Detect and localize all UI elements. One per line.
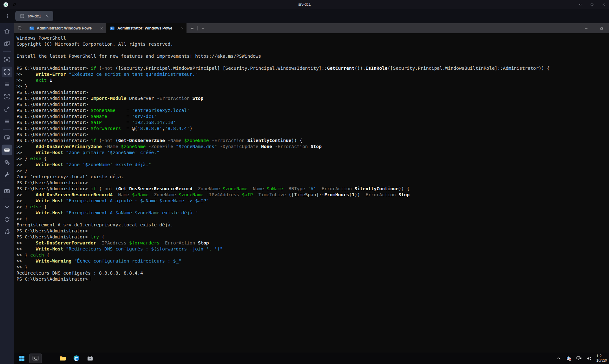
edge-icon [73, 354, 80, 362]
window-minimize-icon[interactable] [578, 3, 582, 7]
sidebar-fullscreen-button[interactable] [2, 67, 12, 77]
sidebar-disconnect-button[interactable] [2, 226, 12, 237]
explorer-icon [59, 354, 67, 362]
scale-icon [3, 93, 10, 100]
terminal-line: PS C:\Users\Administrator> $aName = 'srv… [16, 114, 609, 120]
taskbar-file-explorer-button[interactable] [56, 354, 69, 363]
terminal-line: PS C:\Users\Administrator> [16, 276, 609, 282]
sidebar-home-button[interactable] [2, 26, 12, 36]
terminal-line: >> exit 1 [16, 77, 609, 83]
app-tab-srv-dc1[interactable]: srv-dc1 [15, 11, 53, 21]
sidebar-picture-in-picture-button[interactable] [2, 132, 12, 143]
close-tab-icon[interactable] [45, 14, 49, 18]
taskbar-server-manager-button[interactable] [84, 354, 96, 363]
terminal-minimize-icon[interactable] [584, 26, 588, 30]
menu-icon [3, 118, 10, 125]
terminal-line: >> Add-DnsServerPrimaryZone -Name $zoneN… [16, 144, 609, 150]
terminal-tab-2[interactable]: Administrator: Windows Powe [106, 23, 187, 33]
refresh-icon [3, 216, 10, 223]
vm-taskbar: 1:2 10/23/ [14, 353, 609, 364]
terminal-restore-icon[interactable] [600, 26, 604, 30]
terminal-tab-bar: Administrator: Windows PoweAdministrator… [14, 23, 609, 33]
viewer-sidebar [0, 23, 14, 364]
sidebar-settings-button[interactable] [2, 157, 12, 168]
sidebar-screenshot-button[interactable] [2, 185, 12, 196]
vm-display-area: Administrator: Windows PoweAdministrator… [14, 23, 609, 364]
pip-icon [3, 134, 10, 141]
terminal-line: PS C:\Users\Administrator> [16, 89, 609, 95]
terminal-line: PS C:\Users\Administrator> if (-not (Get… [16, 186, 609, 192]
sidebar-divider [3, 183, 11, 183]
menu-icon [3, 81, 10, 88]
terminal-output[interactable]: Windows PowerShellCopyright (C) Microsof… [14, 33, 609, 353]
sidebar-menu-secondary-button[interactable] [2, 116, 12, 127]
taskbar-settings-button[interactable] [43, 354, 56, 363]
terminal-line: PS C:\Users\Administrator> [16, 132, 609, 138]
close-tab-icon[interactable] [100, 27, 103, 30]
wrench-icon [3, 171, 10, 178]
taskbar-start-button[interactable] [16, 354, 28, 363]
terminal-line: >> Write-Host "Zone primaire '$zoneName'… [16, 150, 609, 156]
terminal-line: >> Set-DnsServerForwarder -IPAddress $fo… [16, 240, 609, 246]
terminal-line: Zone 'entreprisexyz.local' existe déjà. [16, 174, 609, 180]
volume-button[interactable] [586, 355, 592, 361]
sidebar-keyboard-button[interactable] [2, 145, 12, 155]
pin-icon[interactable] [12, 2, 17, 7]
start-icon [18, 354, 26, 362]
terminal-app-icon [32, 354, 39, 362]
sidebar-fit-region-button[interactable] [2, 54, 12, 65]
new-window-icon [3, 40, 10, 47]
window-maximize-icon[interactable] [590, 3, 594, 7]
fullscreen-icon [3, 68, 10, 75]
sidebar-menu-button[interactable] [2, 79, 12, 90]
terminal-line: >> } [16, 168, 609, 174]
overflow-menu-icon[interactable] [4, 14, 10, 19]
app-logo-icon [3, 2, 9, 7]
powershell-tab-icon [29, 26, 34, 31]
taskbar-edge-button[interactable] [70, 354, 83, 363]
terminal-line: PS C:\Users\Administrator> $forwarders =… [16, 126, 609, 132]
tray-clock[interactable]: 1:2 10/23/ [596, 354, 609, 363]
sidebar-refresh-button[interactable] [2, 214, 12, 225]
tray-notification-button[interactable] [566, 355, 572, 361]
new-tab-button[interactable] [187, 23, 197, 33]
window-close-icon[interactable] [602, 3, 606, 7]
terminal-line [16, 59, 609, 65]
terminal-line: >> Write-Warning "Échec configuration re… [16, 258, 609, 264]
terminal-line: PS C:\Users\Administrator> if (-not ([Se… [16, 65, 609, 71]
close-tab-icon[interactable] [180, 27, 184, 30]
gears-icon [3, 159, 10, 166]
tab-dropdown-button[interactable] [198, 23, 208, 33]
terminal-line: PS C:\Users\Administrator> [16, 101, 609, 107]
terminal-line: Copyright (C) Microsoft Corporation. All… [16, 41, 609, 47]
terminal-tab-label: Administrator: Windows Powe [37, 26, 97, 30]
terminal-tab-label: Administrator: Windows Powe [117, 26, 178, 30]
network-button[interactable] [576, 355, 582, 361]
tray-time: 1:2 [596, 354, 609, 358]
terminal-line: >> Add-DnsServerResourceRecordA -Name $a… [16, 192, 609, 198]
terminal-line: >> } [16, 264, 609, 270]
tray-expand-button[interactable] [556, 355, 562, 361]
sidebar-divider [3, 129, 11, 130]
text-cursor [91, 276, 91, 281]
system-tray: 1:2 10/23/ [556, 353, 609, 364]
terminal-line: >> Write-Error "Exécutez ce script en ta… [16, 71, 609, 77]
terminal-line: Windows PowerShell [16, 35, 609, 41]
app-tab-strip: srv-dc1 [0, 9, 609, 23]
terminal-line: >> } [16, 216, 609, 222]
sidebar-collapse-button[interactable] [2, 202, 12, 212]
sidebar-new-session-button[interactable] [2, 38, 12, 49]
terminal-line: PS C:\Users\Administrator> if (-not (Get… [16, 138, 609, 144]
sidebar-divider [3, 51, 11, 52]
tray-date: 10/23/ [596, 358, 609, 363]
sidebar-tools-button[interactable] [2, 169, 12, 180]
terminal-line: >> Write-Host "Enregistrement A ajouté :… [16, 198, 609, 204]
taskbar-terminal-button[interactable] [29, 354, 42, 363]
chevron-down-icon [3, 204, 10, 211]
terminal-tab-1[interactable]: Administrator: Windows Powe [25, 23, 106, 33]
chevron-up-icon [556, 355, 562, 361]
sidebar-resize-window-button[interactable] [2, 104, 12, 114]
sidebar-scale-display-button[interactable] [2, 91, 12, 102]
app-titlebar: srv-dc1 [0, 0, 609, 9]
home-icon [3, 28, 10, 35]
